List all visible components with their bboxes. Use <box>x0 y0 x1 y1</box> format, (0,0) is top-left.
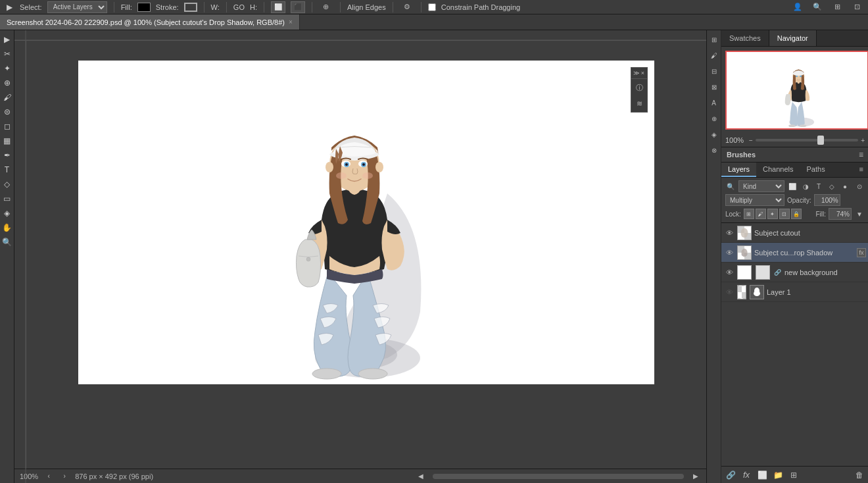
window-icon[interactable]: ⊞ <box>830 1 844 13</box>
heal-tool-btn[interactable]: ⊕ <box>1 76 14 89</box>
layer-visibility-eye[interactable]: 👁 <box>724 247 735 258</box>
scroll-right-btn[interactable]: ▶ <box>690 471 701 482</box>
delete-layer-btn[interactable]: 🗑 <box>853 469 866 482</box>
nav-prev-btn[interactable]: ‹ <box>43 471 54 482</box>
move-right-icon[interactable]: ⊞ <box>708 33 721 46</box>
layer-blendmode-row: Multiply Opacity: <box>725 194 865 206</box>
main-area: ▶ ✂ ✦ ⊕ 🖌 ⊜ ◻ ▦ ✒ T ◇ ▭ ◈ ✋ 🔍 <box>0 30 868 483</box>
zoom-out-icon[interactable]: − <box>749 137 753 144</box>
path-tool-btn[interactable]: ◇ <box>1 178 14 191</box>
pen-tool-btn[interactable]: ✒ <box>1 149 14 162</box>
fx-btn[interactable]: fx <box>740 469 753 482</box>
panel-filter-icon[interactable]: ≋ <box>632 96 646 111</box>
layer-effect-icon: fx <box>857 248 866 257</box>
lock-transparency-btn[interactable]: ⊞ <box>744 209 754 219</box>
active-layers-select[interactable]: Active Layers <box>47 1 107 13</box>
layer-item[interactable]: 👁 Subject cutout <box>721 223 868 243</box>
3d-tool-btn[interactable]: ◈ <box>1 207 14 220</box>
clone-right-icon[interactable]: ⊕ <box>708 112 721 125</box>
lock-all-btn[interactable]: 🔒 <box>791 209 802 219</box>
brush-right-icon[interactable]: 🖌 <box>708 49 721 62</box>
add-mask-btn[interactable]: ⬜ <box>756 469 769 482</box>
svg-point-42 <box>754 288 760 294</box>
user-icon[interactable]: 👤 <box>790 1 805 13</box>
tab-paths[interactable]: Paths <box>800 163 832 177</box>
layer-item[interactable]: 👁 Subject cu...rop Shadow <box>721 243 868 263</box>
clone-tool-btn[interactable]: ⊜ <box>1 105 14 118</box>
tab-navigator[interactable]: Navigator <box>769 30 817 46</box>
panel-info-icon[interactable]: ⓘ <box>632 80 646 95</box>
new-layer-btn[interactable]: ⊞ <box>787 469 800 482</box>
measure-tool-btn[interactable]: ✦ <box>1 62 14 75</box>
type-tool-btn[interactable]: T <box>1 163 14 176</box>
layer-filter-adj-icon[interactable]: ◑ <box>800 181 811 191</box>
fill-color-swatch[interactable] <box>137 3 151 12</box>
layer-visibility-eye[interactable]: 👁 <box>724 267 735 278</box>
link-layers-btn[interactable]: 🔗 <box>724 469 737 482</box>
gradient-tool-btn[interactable]: ▦ <box>1 134 14 147</box>
character-illustration <box>177 62 519 384</box>
blend-mode-select[interactable]: Multiply <box>725 194 784 206</box>
zoom-controls: 100% − + <box>721 134 868 147</box>
panel-close-icon[interactable]: × <box>640 69 645 77</box>
brushes-menu-btn[interactable]: ≡ <box>859 150 863 159</box>
gear-icon[interactable]: ⚙ <box>400 1 414 13</box>
scroll-left-btn[interactable]: ◀ <box>416 471 426 482</box>
layers-panel-tabs: Layers Channels Paths ≡ <box>721 163 868 178</box>
fill-input[interactable] <box>829 208 852 220</box>
lock-image-btn[interactable]: 🖌 <box>756 209 766 219</box>
settings-right-icon[interactable]: ⊗ <box>708 143 721 157</box>
layer-thumbnail <box>737 265 752 280</box>
layers-panel-menu-btn[interactable]: ≡ <box>854 163 868 177</box>
fill-arrow-icon[interactable]: ▼ <box>854 209 865 219</box>
layers-right-icon[interactable]: ⊟ <box>708 64 721 78</box>
nav-next-btn[interactable]: › <box>59 471 70 482</box>
svg-point-36 <box>741 248 747 257</box>
align-btn-2[interactable]: ⬛ <box>291 1 305 13</box>
tab-layers[interactable]: Layers <box>721 163 756 177</box>
svg-rect-37 <box>738 286 742 292</box>
maximize-icon[interactable]: ⊡ <box>850 1 864 13</box>
zoom-tool-btn[interactable]: 🔍 <box>1 236 14 249</box>
h-label: H: <box>250 3 257 11</box>
lock-artboard-btn[interactable]: ⊡ <box>779 209 790 219</box>
canvas-scroll-area[interactable]: ≫ × ⓘ ≋ <box>26 41 706 469</box>
document-tab[interactable]: Screenshot 2024-06-20 222909.psd @ 100% … <box>0 14 300 30</box>
select-tool-btn[interactable]: ▶ <box>1 33 14 46</box>
layer-filter-smart-icon[interactable]: ● <box>840 181 850 191</box>
layer-kind-select[interactable]: Kind <box>738 180 784 192</box>
transform-icon[interactable]: ⊕ <box>319 1 333 13</box>
tab-close-btn[interactable]: × <box>289 18 293 26</box>
lock-position-btn[interactable]: ✦ <box>767 209 778 219</box>
layer-visibility-eye[interactable]: 👁 <box>724 228 735 238</box>
layer-filter-toggle-icon[interactable]: ⊙ <box>854 181 865 191</box>
new-group-btn[interactable]: 📁 <box>771 469 784 482</box>
crop-tool-btn[interactable]: ✂ <box>1 47 14 61</box>
panel-expand-icon[interactable]: ≫ <box>633 69 639 77</box>
shape-tool-btn[interactable]: ▭ <box>1 192 14 205</box>
tab-swatches[interactable]: Swatches <box>721 30 769 46</box>
layer-filter-shape-icon[interactable]: ◇ <box>827 181 837 191</box>
hand-tool-btn[interactable]: ✋ <box>1 221 14 234</box>
layer-item[interactable]: 👁 🔗 new background <box>721 263 868 282</box>
transform-right-icon[interactable]: ⊠ <box>708 80 721 93</box>
layer-filter-type-icon[interactable]: T <box>813 181 824 191</box>
document-canvas[interactable]: ≫ × ⓘ ≋ <box>78 61 654 384</box>
brush-tool-btn[interactable]: 🖌 <box>1 91 14 104</box>
tab-channels[interactable]: Channels <box>756 163 800 177</box>
transform2-right-icon[interactable]: ◈ <box>708 128 721 141</box>
layer-visibility-eye[interactable]: 👁 <box>724 287 735 297</box>
fill-label: Fill: <box>121 3 132 11</box>
type-right-icon[interactable]: A <box>708 96 721 109</box>
layer-filter-pixel-icon[interactable]: ⬜ <box>787 181 798 191</box>
zoom-in-icon[interactable]: + <box>861 137 865 144</box>
eraser-tool-btn[interactable]: ◻ <box>1 120 14 133</box>
zoom-slider-thumb[interactable] <box>817 136 824 145</box>
align-btn-1[interactable]: ⬜ <box>271 1 285 13</box>
layer-item[interactable]: 👁 <box>721 282 868 302</box>
zoom-slider[interactable] <box>756 139 858 141</box>
stroke-color-swatch[interactable] <box>184 3 197 12</box>
search-icon[interactable]: 🔍 <box>810 1 825 13</box>
opacity-input[interactable] <box>814 194 840 206</box>
constrain-checkbox[interactable] <box>428 3 436 11</box>
